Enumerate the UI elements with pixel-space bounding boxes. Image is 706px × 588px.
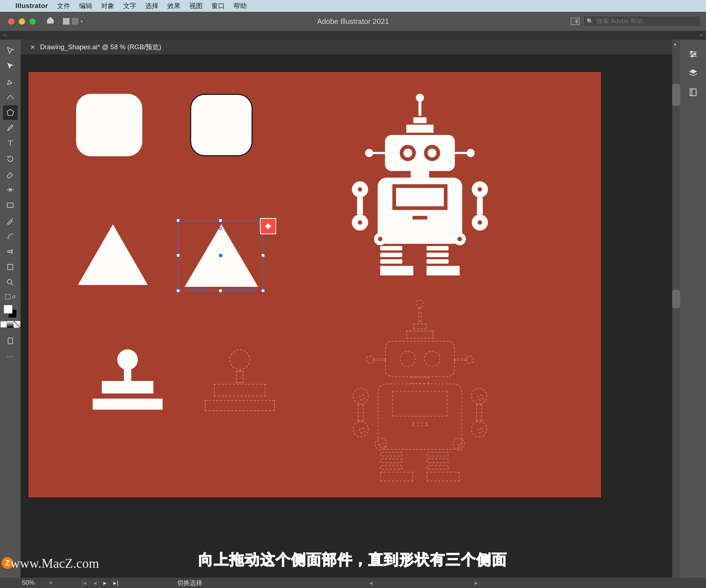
svg-marker-0 bbox=[7, 109, 14, 115]
joystick-shape[interactable] bbox=[93, 349, 163, 410]
home-icon[interactable] bbox=[46, 16, 55, 27]
workspace-switcher[interactable]: ▾ bbox=[63, 18, 83, 25]
close-icon[interactable]: ✕ bbox=[30, 44, 35, 51]
watermark-text: www.MacZ.com bbox=[10, 556, 99, 571]
status-mode-label: 切换选择 bbox=[177, 579, 202, 587]
canvas-viewport[interactable]: 路径 bbox=[21, 54, 672, 578]
menu-window[interactable]: 窗口 bbox=[211, 1, 225, 10]
robot-shape[interactable] bbox=[378, 94, 462, 275]
symbol-sprayer-tool[interactable] bbox=[3, 244, 18, 259]
help-search[interactable]: 🔍 bbox=[583, 16, 701, 27]
right-panel-dock bbox=[680, 40, 706, 578]
selection-tool[interactable] bbox=[3, 43, 18, 58]
minimize-window-button[interactable] bbox=[19, 18, 25, 25]
svg-point-9 bbox=[694, 53, 696, 55]
menu-type[interactable]: 文字 bbox=[123, 1, 136, 10]
swap-fill-stroke-icon[interactable] bbox=[5, 294, 10, 299]
svg-point-4 bbox=[11, 252, 13, 253]
artboard[interactable]: 路径 bbox=[28, 71, 602, 498]
close-window-button[interactable] bbox=[8, 18, 14, 25]
expand-left-icon[interactable]: ›› bbox=[3, 32, 6, 38]
tools-panel: ↺ ⋯ bbox=[0, 40, 21, 578]
properties-icon[interactable] bbox=[687, 49, 699, 60]
eraser-tool[interactable] bbox=[3, 167, 18, 182]
status-bar: 50% ▾ |◂◂▸▸| 切换选择 ◂▸ bbox=[0, 578, 706, 588]
color-mode-row[interactable] bbox=[0, 321, 20, 328]
expand-right-icon[interactable]: ‹‹ bbox=[700, 32, 703, 38]
rounded-rect-outlined[interactable] bbox=[190, 94, 253, 156]
menu-help[interactable]: 帮助 bbox=[233, 1, 247, 10]
zoom-window-button[interactable] bbox=[29, 18, 36, 25]
menu-effect[interactable]: 效果 bbox=[167, 1, 181, 10]
help-search-input[interactable] bbox=[596, 18, 698, 25]
direct-selection-tool[interactable] bbox=[3, 59, 18, 74]
scrollbar-thumb[interactable] bbox=[672, 84, 680, 106]
app-title: Adobe Illustrator 2021 bbox=[317, 17, 389, 26]
menu-file[interactable]: 文件 bbox=[57, 1, 70, 10]
curvature-tool[interactable] bbox=[3, 90, 18, 104]
rounded-rect-white[interactable] bbox=[76, 94, 142, 156]
live-shape-sides-widget[interactable] bbox=[260, 218, 276, 234]
scrollbar-thumb[interactable] bbox=[672, 290, 680, 308]
eyedropper-tool[interactable] bbox=[3, 213, 18, 228]
svg-rect-11 bbox=[690, 89, 696, 96]
artboard-tool[interactable] bbox=[3, 260, 18, 274]
edit-toolbar-button[interactable]: ⋯ bbox=[3, 349, 18, 364]
status-nav-2[interactable]: ◂▸ bbox=[369, 579, 478, 587]
svg-point-10 bbox=[691, 56, 693, 57]
svg-rect-5 bbox=[8, 264, 13, 270]
vertical-scrollbar[interactable]: ▴ bbox=[672, 40, 680, 578]
tutorial-caption: 向上拖动这个侧面部件，直到形状有三个侧面 bbox=[0, 549, 706, 570]
mac-menu-bar: Illustrator 文件 编辑 对象 文字 选择 效果 视图 窗口 帮助 bbox=[0, 0, 706, 12]
svg-point-6 bbox=[7, 279, 12, 284]
app-menu[interactable]: Illustrator bbox=[15, 2, 48, 10]
zoom-level[interactable]: 50% bbox=[22, 579, 35, 587]
svg-rect-1 bbox=[7, 203, 13, 207]
blend-tool[interactable] bbox=[3, 229, 18, 243]
robot-shape-outline[interactable] bbox=[378, 300, 462, 481]
draw-mode-button[interactable] bbox=[3, 334, 18, 348]
document-area: ✕ Drawing_Shapes.ai* @ 58 % (RGB/预览) bbox=[21, 40, 672, 578]
rotate-tool[interactable] bbox=[3, 152, 18, 166]
svg-point-3 bbox=[11, 250, 13, 251]
app-title-bar: ▾ Adobe Illustrator 2021 🔍 bbox=[0, 12, 706, 31]
default-fill-stroke-icon[interactable]: ↺ bbox=[12, 294, 16, 300]
menu-view[interactable]: 视图 bbox=[189, 1, 203, 10]
svg-point-8 bbox=[691, 51, 692, 53]
window-controls bbox=[0, 18, 36, 25]
paintbrush-tool[interactable] bbox=[3, 121, 18, 135]
menu-object[interactable]: 对象 bbox=[101, 1, 114, 10]
search-icon: 🔍 bbox=[586, 18, 593, 25]
type-tool[interactable] bbox=[3, 136, 18, 151]
selection-bounding-box[interactable] bbox=[178, 221, 263, 291]
triangle-white[interactable] bbox=[78, 224, 148, 285]
pen-tool[interactable] bbox=[3, 74, 18, 89]
svg-point-2 bbox=[8, 250, 10, 253]
joystick-shape-outline[interactable] bbox=[205, 349, 275, 411]
fill-stroke-swatch[interactable] bbox=[4, 305, 17, 318]
artboard-nav[interactable]: |◂◂▸▸| bbox=[82, 579, 118, 587]
zoom-tool[interactable] bbox=[3, 275, 18, 290]
document-tab[interactable]: ✕ Drawing_Shapes.ai* @ 58 % (RGB/预览) bbox=[24, 43, 167, 51]
document-tab-label: Drawing_Shapes.ai* @ 58 % (RGB/预览) bbox=[40, 43, 161, 51]
scissors-tool[interactable] bbox=[3, 182, 18, 197]
menu-edit[interactable]: 编辑 bbox=[79, 1, 92, 10]
gradient-tool[interactable] bbox=[3, 198, 18, 213]
control-bar: ›› ‹‹ bbox=[0, 31, 706, 40]
document-tabs: ✕ Drawing_Shapes.ai* @ 58 % (RGB/预览) bbox=[21, 40, 672, 54]
menu-select[interactable]: 选择 bbox=[145, 1, 158, 10]
layers-icon[interactable] bbox=[687, 68, 699, 79]
polygon-tool[interactable] bbox=[3, 105, 18, 120]
libraries-icon[interactable] bbox=[687, 87, 699, 98]
svg-rect-7 bbox=[8, 338, 13, 344]
arrange-documents-icon[interactable] bbox=[571, 18, 580, 25]
